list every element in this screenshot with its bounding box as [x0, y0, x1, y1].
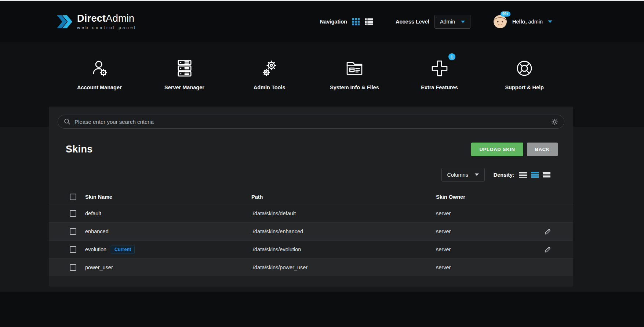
navigation-label: Navigation	[320, 19, 347, 25]
navigation-toggle-group: Navigation	[320, 18, 373, 25]
support-help-icon	[514, 58, 535, 79]
edit-skin-icon[interactable]	[544, 228, 551, 235]
page-title: Skins	[66, 144, 93, 155]
table-body: default ./data/skins/default server enha…	[49, 204, 573, 276]
columns-label: Columns	[447, 172, 468, 178]
content-card: Skins UPLOAD SKIN BACK Columns Density:	[49, 107, 573, 287]
skins-table: Skin Name Path Skin Owner default ./data…	[49, 190, 573, 276]
density-relaxed-icon[interactable]	[543, 172, 550, 178]
table-row: default ./data/skins/default server	[49, 204, 573, 222]
column-header-path[interactable]: Path	[251, 194, 436, 200]
extra-features-icon	[429, 58, 450, 79]
chevron-down-icon	[461, 21, 465, 23]
nav-item-support-help[interactable]: Support & Help	[482, 56, 567, 90]
row-checkbox[interactable]	[70, 228, 76, 235]
avatar[interactable]: 99+	[493, 15, 507, 29]
table-row: enhanced ./data/skins/enhanced server	[49, 222, 573, 240]
skin-name: default	[85, 211, 101, 216]
bottom-band	[0, 292, 644, 327]
table-header-row: Skin Name Path Skin Owner	[49, 190, 573, 204]
column-header-skin-name[interactable]: Skin Name	[85, 194, 251, 200]
skin-owner: server	[436, 211, 544, 216]
select-all-checkbox[interactable]	[70, 194, 76, 200]
main-nav: Account Manager Server Manager	[57, 42, 567, 90]
grid-view-icon[interactable]	[352, 18, 360, 25]
density-group: Density:	[494, 172, 550, 178]
skin-owner: server	[436, 229, 544, 234]
nav-item-system-info-files[interactable]: System Info & Files	[312, 56, 397, 90]
chevron-down-icon	[475, 173, 479, 176]
greeting: Hello, admin	[512, 19, 543, 25]
current-skin-badge: Current	[111, 245, 135, 254]
row-checkbox[interactable]	[70, 210, 76, 217]
logo-title: DirectAdmin	[77, 14, 137, 24]
skin-name: evolution	[85, 247, 106, 252]
table-row: power_user ./data/skins/power_user serve…	[49, 258, 573, 276]
skin-path: ./data/skins/evolution	[251, 247, 436, 252]
upload-skin-button[interactable]: UPLOAD SKIN	[471, 143, 523, 156]
nav-item-label: Account Manager	[77, 85, 122, 90]
user-menu[interactable]: 99+ Hello, admin	[493, 15, 552, 29]
row-checkbox[interactable]	[70, 264, 76, 271]
access-level-value: Admin	[440, 19, 455, 25]
skin-path: ./data/skins/power_user	[251, 265, 436, 270]
directadmin-logo[interactable]: DirectAdmin web control panel	[57, 14, 137, 30]
skin-owner: server	[436, 247, 544, 252]
server-manager-icon	[174, 58, 195, 79]
skin-path: ./data/skins/enhanced	[251, 229, 436, 234]
logo-chevrons-icon	[57, 15, 72, 28]
nav-item-label: Extra Features	[421, 85, 458, 90]
logo-subtitle: web control panel	[77, 25, 137, 30]
skin-name: power_user	[85, 265, 113, 270]
account-manager-icon	[89, 58, 110, 79]
skin-name: enhanced	[85, 229, 109, 234]
access-level-select[interactable]: Admin	[434, 15, 470, 29]
density-compact-icon[interactable]	[519, 172, 527, 178]
nav-item-label: Support & Help	[505, 85, 544, 90]
nav-item-account-manager[interactable]: Account Manager	[57, 56, 142, 90]
columns-dropdown[interactable]: Columns	[441, 168, 485, 182]
skin-owner: server	[436, 265, 544, 270]
system-info-files-icon	[344, 58, 365, 79]
row-checkbox[interactable]	[70, 246, 76, 253]
table-row: evolution Current ./data/skins/evolution…	[49, 240, 573, 258]
search-settings-icon[interactable]	[551, 118, 558, 125]
admin-tools-icon	[259, 58, 280, 79]
skin-path: ./data/skins/default	[251, 211, 436, 216]
nav-item-label: Admin Tools	[254, 85, 285, 90]
nav-item-label: System Info & Files	[330, 85, 379, 90]
search-bar	[58, 115, 564, 129]
nav-item-extra-features[interactable]: 1 Extra Features	[397, 56, 482, 90]
nav-item-admin-tools[interactable]: Admin Tools	[227, 56, 312, 90]
column-header-skin-owner[interactable]: Skin Owner	[436, 194, 544, 200]
back-button[interactable]: BACK	[527, 143, 558, 156]
search-input[interactable]	[74, 119, 547, 125]
edit-skin-icon[interactable]	[544, 246, 551, 253]
nav-item-server-manager[interactable]: Server Manager	[142, 56, 227, 90]
search-icon	[64, 118, 70, 125]
access-level-group: Access Level Admin	[396, 15, 470, 29]
extra-features-badge: 1	[448, 53, 455, 60]
access-level-label: Access Level	[396, 19, 429, 25]
nav-item-label: Server Manager	[164, 85, 204, 90]
avatar-image	[493, 15, 507, 29]
list-view-icon[interactable]	[365, 18, 373, 25]
density-label: Density:	[494, 172, 514, 178]
chevron-down-icon	[548, 20, 552, 23]
header: DirectAdmin web control panel Navigation	[0, 1, 644, 42]
notification-badge: 99+	[501, 11, 510, 17]
density-medium-icon[interactable]	[531, 172, 539, 178]
